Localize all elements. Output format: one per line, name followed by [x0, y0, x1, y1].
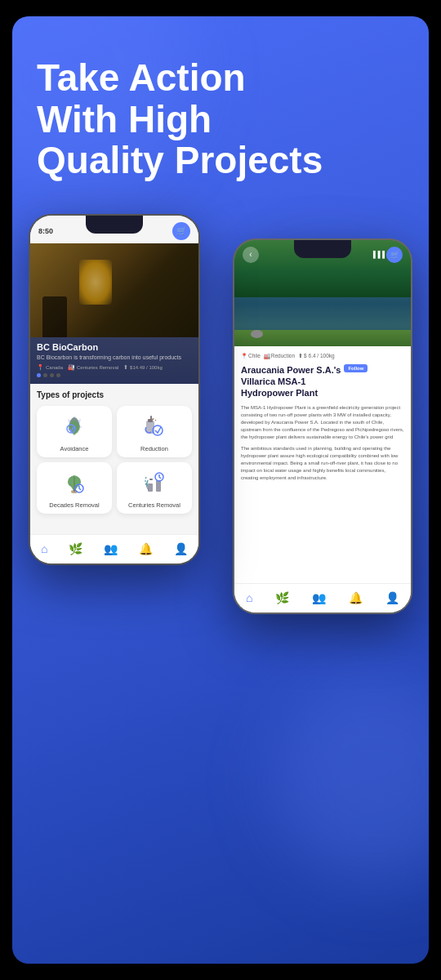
pin-icon: 📍	[241, 353, 247, 359]
nav-bell-icon[interactable]: 🔔	[139, 542, 153, 555]
project-type-reduction[interactable]: Reduction	[117, 406, 192, 457]
phone-right-nav: ⌂ 🌿 👥 🔔 👤	[234, 583, 411, 612]
signal-icon: ▐▐▐	[371, 251, 385, 258]
svg-rect-10	[149, 479, 153, 480]
phone-left-icons: 🛒	[172, 222, 190, 240]
decades-label: Decades Removal	[49, 501, 99, 509]
brand-meta: 📍 Canada 🏭 Centuries Removal ⬆ $14.49 / …	[37, 364, 192, 371]
meta-removal: 🏭 Centuries Removal	[68, 364, 118, 371]
phone-left-notch	[86, 216, 143, 234]
factory-icon: 🏭	[264, 353, 270, 359]
nav-profile-icon[interactable]: 👤	[174, 542, 188, 555]
cart-icon-right[interactable]: 🛒	[386, 247, 403, 263]
hero-window-light	[79, 260, 112, 305]
main-container: Take Action With High Quality Projects 8…	[12, 16, 429, 964]
river-water	[234, 297, 411, 330]
reduction-icon	[140, 412, 169, 442]
location-reduction: 🏭 Reduction	[264, 353, 295, 359]
nav-profile-icon-right[interactable]: 👤	[385, 591, 399, 604]
dot-1	[37, 373, 41, 377]
price-arrow-icon: ⬆	[298, 353, 303, 359]
carousel-dots	[37, 373, 192, 381]
nav-bell-icon-right[interactable]: 🔔	[349, 591, 363, 604]
river-rocks	[251, 330, 263, 338]
right-phone-content: 📍 Chile 🏭 Reduction ⬆ $ 6.4 / 100kg	[234, 346, 411, 492]
dot-4	[56, 373, 60, 377]
headline: Take Action With High Quality Projects	[37, 57, 323, 181]
phone-left: 8:50 🛒 BC BioCarbon BC Biocarbon is tran…	[29, 214, 200, 565]
location-price: ⬆ $ 6.4 / 100kg	[298, 353, 335, 359]
avoidance-label: Avoidance	[60, 445, 89, 452]
meta-price: ⬆ $14.49 / 100kg	[123, 364, 163, 371]
phone-left-screen: 8:50 🛒 BC BioCarbon BC Biocarbon is tran…	[30, 216, 198, 564]
reduction-label: Reduction	[140, 445, 168, 452]
brand-description: BC Biocarbon is transforming carbon into…	[37, 354, 192, 361]
svg-rect-8	[148, 483, 153, 492]
nav-people-icon-right[interactable]: 👥	[312, 591, 326, 604]
hero-silhouette	[42, 296, 67, 337]
phone-left-nav: ⌂ 🌿 👥 🔔 👤	[30, 534, 198, 564]
nav-home-icon-right[interactable]: ⌂	[246, 591, 252, 604]
phones-container: 8:50 🛒 BC BioCarbon BC Biocarbon is tran…	[37, 206, 404, 939]
nav-leaf-icon-right[interactable]: 🌿	[275, 591, 289, 604]
price-icon: ⬆	[123, 364, 128, 371]
section-title: Types of projects	[37, 390, 192, 399]
dot-3	[50, 373, 54, 377]
phone-right-icons: ▐▐▐ 🛒	[371, 247, 403, 263]
phone-right-notch	[294, 240, 351, 258]
dot-2	[43, 373, 47, 377]
phone-right: ‹ ▐▐▐ 🛒 📍 Chile	[233, 238, 412, 614]
phone-right-screen: ‹ ▐▐▐ 🛒 📍 Chile	[234, 240, 411, 612]
project-types-section: Types of projects	[30, 384, 198, 517]
phone-left-hero-image	[30, 243, 198, 337]
brand-name: BC BioCarbon	[37, 342, 192, 352]
removal-icon: 🏭	[68, 364, 75, 371]
project-title: Araucania Power S.A.'s Villarica MSA-1 H…	[241, 364, 341, 399]
cart-icon-left[interactable]: 🛒	[172, 222, 190, 240]
project-description-2: The ambitious standards used in planning…	[241, 445, 404, 482]
centuries-icon	[140, 469, 169, 498]
project-description-1: The MSA-1 Hydropower Plant is a greenfie…	[241, 404, 404, 441]
location-chile: 📍 Chile	[241, 353, 261, 359]
follow-button[interactable]: Follow	[344, 364, 368, 372]
nav-leaf-icon[interactable]: 🌿	[69, 542, 82, 555]
svg-rect-9	[156, 480, 161, 492]
nav-people-icon[interactable]: 👥	[104, 542, 118, 555]
project-type-centuries[interactable]: Centuries Removal	[117, 462, 192, 514]
back-button[interactable]: ‹	[243, 247, 259, 263]
project-types-grid: Avoidance	[37, 406, 192, 514]
project-type-avoidance[interactable]: Avoidance	[37, 406, 112, 457]
location-row: 📍 Chile 🏭 Reduction ⬆ $ 6.4 / 100kg	[241, 353, 404, 359]
biocarbon-info: BC BioCarbon BC Biocarbon is transformin…	[30, 337, 198, 384]
meta-location: 📍 Canada	[37, 364, 63, 371]
centuries-label: Centuries Removal	[128, 501, 180, 509]
avoidance-icon	[60, 412, 89, 442]
project-type-decades[interactable]: Decades Removal	[37, 462, 112, 514]
decades-icon	[60, 469, 89, 498]
hero-img-bg	[30, 243, 198, 337]
nav-home-icon[interactable]: ⌂	[41, 542, 47, 555]
phone-left-time: 8:50	[38, 227, 53, 235]
location-icon: 📍	[37, 364, 44, 371]
